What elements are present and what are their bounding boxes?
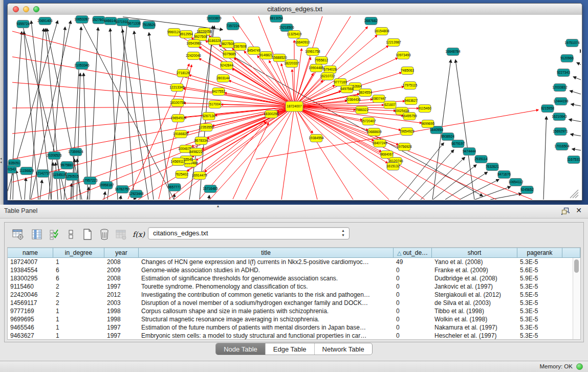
node[interactable]: 10973493 <box>396 52 411 59</box>
node[interactable]: 391543 <box>8 166 16 173</box>
node[interactable]: 2935114 <box>474 156 488 163</box>
node[interactable]: 9463627 <box>404 97 418 105</box>
node[interactable]: 1167531 <box>567 156 580 164</box>
node[interactable]: 6679197 <box>451 140 465 148</box>
node[interactable]: 7625402 <box>175 171 188 179</box>
node[interactable]: 2687682 <box>364 17 378 25</box>
table-row[interactable]: 969969511998Structural magnetic resonanc… <box>8 315 573 323</box>
node[interactable]: 15716485 <box>203 185 218 193</box>
node[interactable]: 2367608 <box>233 43 247 51</box>
node[interactable]: 9355724 <box>16 20 30 28</box>
node[interactable]: 8813054 <box>270 15 283 23</box>
network-canvas[interactable]: 9355724206914061065328715276026466140107… <box>8 15 582 200</box>
new-table-icon[interactable] <box>80 227 95 242</box>
node[interactable]: 6497568 <box>340 85 354 93</box>
table-row[interactable]: 977716911998Corpus callosum shape and si… <box>8 307 573 315</box>
scrollbar-thumb[interactable] <box>574 259 579 273</box>
table-selector-dropdown[interactable]: citations_edges.txt ▲▼ <box>148 227 350 239</box>
node[interactable]: 19166825 <box>173 130 188 138</box>
network-view-window[interactable]: citations_edges.txt 93557242069140610653… <box>7 3 582 201</box>
node[interactable]: 7357224 <box>226 23 239 30</box>
node[interactable]: 3824554 <box>359 89 372 97</box>
close-icon[interactable]: ✕ <box>576 206 582 214</box>
node[interactable]: 9657771 <box>168 184 181 191</box>
node[interactable]: 8186328 <box>208 37 221 45</box>
node[interactable]: 9827508 <box>221 40 234 48</box>
node[interactable]: 12444198 <box>553 98 569 105</box>
window-titlebar[interactable]: citations_edges.txt <box>8 4 582 15</box>
node[interactable]: 16033809 <box>206 15 222 23</box>
function-builder-icon[interactable]: f(x) <box>132 227 146 242</box>
node[interactable]: 19904485 <box>309 64 324 72</box>
node[interactable]: 8427552 <box>212 88 225 96</box>
node[interactable]: 15692971 <box>553 128 568 136</box>
node[interactable]: 20364436 <box>345 96 361 104</box>
node[interactable]: 8938924 <box>441 133 454 141</box>
node[interactable]: 8471676 <box>497 171 511 179</box>
splitter-collapse-arrows-icon[interactable]: ◂◂ <box>0 157 2 164</box>
node[interactable]: 22420046 <box>186 52 201 60</box>
node[interactable]: 9699695 <box>421 120 434 128</box>
node[interactable]: 9975887 <box>60 162 74 169</box>
node[interactable]: 20691406 <box>37 17 53 25</box>
node[interactable]: 8498222 <box>189 148 203 156</box>
table-row[interactable]: 2242004622012Investigating the contribut… <box>8 291 573 299</box>
node[interactable]: 1615132 <box>386 163 400 170</box>
table-row[interactable]: 946362711997Embryonic stem cells: a mode… <box>8 332 573 339</box>
window-resize-grip[interactable] <box>570 190 578 198</box>
node[interactable]: 16154808 <box>374 28 389 35</box>
node[interactable]: 17359924 <box>68 148 83 156</box>
node[interactable]: 16210643 <box>552 113 567 121</box>
node[interactable]: 1250515 <box>66 173 79 181</box>
node[interactable]: 10654112 <box>509 179 524 186</box>
node[interactable]: 3267130 <box>202 113 215 120</box>
table-row[interactable]: 1830029562008Estimation of significance … <box>8 274 573 282</box>
vertical-scrollbar[interactable] <box>573 258 580 339</box>
column-header-outde[interactable]: △out_de… <box>394 248 432 258</box>
column-header-title[interactable]: title <box>139 248 394 258</box>
node[interactable]: 9245652 <box>520 186 534 194</box>
node[interactable]: 7632621 <box>486 163 499 171</box>
node[interactable]: 12033832 <box>552 84 568 92</box>
select-all-rows-icon[interactable] <box>48 227 62 242</box>
node[interactable]: 9146821 <box>259 52 273 59</box>
float-window-icon[interactable] <box>561 207 570 215</box>
node[interactable]: 19384554 <box>309 135 324 142</box>
node[interactable]: 9115460 <box>418 105 431 113</box>
node[interactable]: 21053346 <box>74 62 90 70</box>
node[interactable]: 8215958 <box>541 105 554 113</box>
node[interactable]: 1154519 <box>53 171 66 179</box>
table-options-icon[interactable] <box>11 227 25 242</box>
node[interactable]: 18407249 <box>372 140 387 147</box>
node[interactable]: 16210722 <box>320 73 335 80</box>
node[interactable]: 15688520 <box>272 54 287 62</box>
node[interactable]: 7955812 <box>315 57 328 64</box>
node[interactable]: 2718126 <box>177 70 190 77</box>
table-row[interactable]: 911546021997Tourette syndrome. Phenomeno… <box>8 282 573 291</box>
tab-network-table[interactable]: Network Table <box>315 343 372 355</box>
node[interactable]: 16782759 <box>115 186 130 193</box>
column-header-name[interactable]: name <box>8 248 53 258</box>
node[interactable]: 12213349 <box>169 84 185 92</box>
node[interactable]: 517004 <box>209 101 221 108</box>
table-row[interactable]: 1938455462009Genome-wide association stu… <box>8 266 573 274</box>
node[interactable]: 15720407 <box>361 118 376 125</box>
node[interactable]: 8912954 <box>180 31 193 38</box>
row-height-icon[interactable] <box>64 227 78 242</box>
node[interactable]: 19958187 <box>99 182 114 189</box>
node[interactable]: 8454749 <box>247 47 260 55</box>
splitter-handle-icon[interactable]: ▴ <box>217 204 219 208</box>
node[interactable]: 11325419 <box>287 31 302 38</box>
node[interactable]: 17016504 <box>554 143 570 150</box>
node[interactable]: 10807447 <box>371 95 386 103</box>
node[interactable]: 16495759 <box>402 113 417 120</box>
delete-table-icon[interactable] <box>97 227 112 242</box>
node[interactable]: 18100758 <box>170 99 185 107</box>
node[interactable]: 7515526 <box>142 21 156 29</box>
node[interactable]: 10688609 <box>366 128 382 136</box>
node[interactable]: 16914479 <box>192 172 207 180</box>
node[interactable]: 7485063 <box>401 67 414 75</box>
node[interactable]: 12353559 <box>199 124 214 132</box>
node[interactable]: 20206526 <box>47 152 62 160</box>
node[interactable]: 9960124 <box>167 29 181 36</box>
